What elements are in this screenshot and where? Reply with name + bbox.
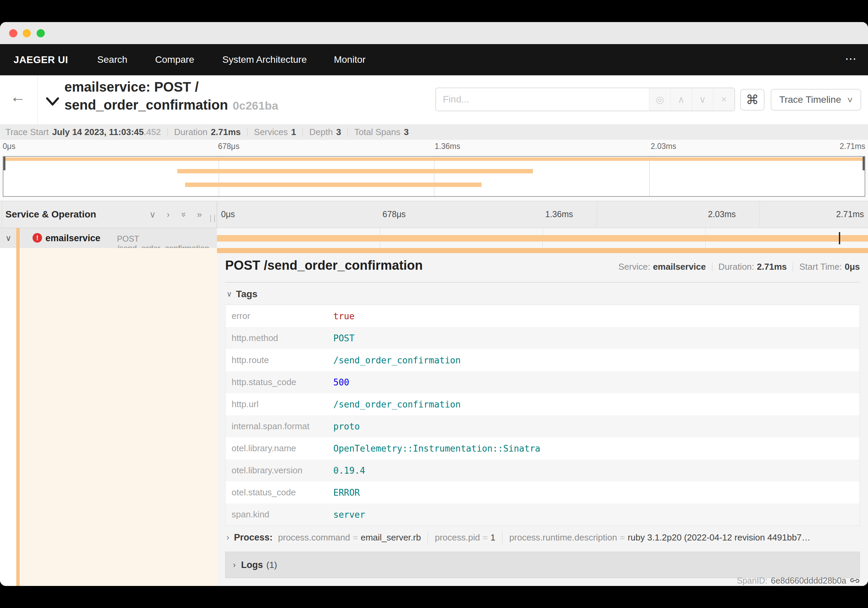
span-detail-title: POST /send_order_confirmation: [225, 258, 423, 273]
window-titlebar: [0, 22, 868, 44]
trace-stats-bar: Trace Start July 14 2023, 11:03:45.452 D…: [0, 124, 868, 140]
tag-row: otel.status_codeERROR: [225, 482, 860, 504]
trace-view-selector[interactable]: Trace Timeline ∨: [771, 89, 861, 110]
span-collapse-chevron-icon[interactable]: ∨: [5, 233, 11, 243]
minimap-span-bar: [177, 169, 533, 173]
trace-title: emailservice: POST / send_order_confirma…: [64, 78, 278, 115]
find-prev-icon[interactable]: ∧: [670, 88, 692, 110]
collapse-all-icon[interactable]: »: [178, 201, 190, 228]
chevron-down-icon: ∨: [846, 95, 853, 104]
back-arrow-icon[interactable]: ←: [10, 89, 26, 104]
minimap-span-bar: [185, 182, 482, 187]
top-nav: JAEGER UI Search Compare System Architec…: [0, 44, 868, 75]
keyboard-shortcuts-button[interactable]: ⌘: [740, 89, 764, 110]
find-next-icon[interactable]: ∨: [692, 88, 713, 110]
app-window: JAEGER UI Search Compare System Architec…: [0, 22, 868, 586]
nav-overflow-icon[interactable]: ⋯: [845, 52, 857, 65]
span-id-footer: SpanID: 6e8d660dddd28b0a: [737, 575, 860, 586]
detail-left-gutter: [20, 248, 217, 586]
screenshot: JAEGER UI Search Compare System Architec…: [0, 0, 868, 608]
trace-page-header: ← emailservice: POST / send_order_confir…: [0, 75, 868, 124]
gridline: [434, 157, 434, 196]
tick-label: 2.71ms: [840, 142, 865, 151]
back-column: ←: [0, 75, 38, 124]
gridline: [597, 201, 597, 228]
gridline: [760, 201, 760, 228]
span-row-timeline-cell[interactable]: [217, 228, 868, 248]
trace-title-line2: send_order_confirmation0c261ba: [64, 96, 278, 115]
divider: [347, 128, 348, 136]
stat-duration: Duration 2.71ms: [174, 127, 241, 137]
tick-label: 1.36ms: [435, 142, 460, 151]
error-icon: !: [33, 233, 42, 243]
traffic-light-zoom-button[interactable]: [37, 29, 45, 37]
span-detail-panel: POST /send_order_confirmation Service: e…: [217, 248, 868, 586]
tick-label: 0μs: [3, 142, 16, 151]
tick-label: 2.71ms: [836, 209, 864, 219]
minimap-left-drag-handle[interactable]: [3, 157, 5, 170]
stat-services: Services 1: [254, 127, 296, 137]
tag-row: http.methodPOST: [225, 327, 860, 349]
expand-one-icon[interactable]: ›: [162, 201, 174, 228]
minimap-canvas[interactable]: [3, 156, 865, 197]
service-operation-header: Service & Operation ∨ › » »: [0, 201, 217, 228]
tag-row: otel.library.nameOpenTelemetry::Instrume…: [225, 437, 860, 459]
tags-section-header[interactable]: ∨ Tags: [226, 289, 257, 300]
find-locate-icon[interactable]: ◎: [649, 88, 670, 110]
command-icon: ⌘: [746, 92, 759, 107]
tag-row: internal.span.formatproto: [225, 415, 860, 437]
tag-row: http.route/send_order_confirmation: [225, 349, 860, 371]
nav-item-search[interactable]: Search: [97, 54, 127, 65]
chevron-right-icon: ›: [233, 560, 236, 570]
minimap-tick-labels: 0μs 678μs 1.36ms 2.03ms 2.71ms: [0, 142, 868, 153]
process-section-header[interactable]: › Process: process.command = email_serve…: [226, 532, 859, 543]
divider: [302, 128, 303, 136]
find-clear-icon[interactable]: ×: [713, 88, 735, 110]
divider: [502, 532, 502, 543]
chevron-down-icon: ∨: [226, 290, 232, 299]
find-input[interactable]: [436, 88, 649, 110]
tag-row: otel.library.version0.19.4: [225, 459, 860, 482]
minimap-right-drag-handle[interactable]: [863, 157, 865, 170]
trace-title-line1: emailservice: POST /: [64, 78, 278, 96]
expand-all-icon[interactable]: »: [193, 201, 206, 228]
span-duration-bar[interactable]: [217, 235, 868, 241]
tick-label: 678μs: [218, 142, 239, 151]
find-bar: ◎ ∧ ∨ ×: [436, 87, 735, 111]
tag-row: span.kindserver: [225, 504, 860, 526]
tag-row: http.status_code500: [225, 371, 860, 393]
divider: [428, 532, 428, 543]
logs-section-header[interactable]: › Logs (1): [225, 552, 860, 578]
traffic-light-minimize-button[interactable]: [23, 29, 31, 37]
divider: [167, 128, 168, 136]
deep-link-icon[interactable]: [848, 574, 862, 586]
chevron-right-icon: ›: [226, 533, 229, 542]
service-color-strip: [16, 228, 20, 248]
divider: [712, 263, 712, 271]
nav-item-monitor[interactable]: Monitor: [334, 54, 366, 65]
span-row-name-cell[interactable]: ∨ ! emailservice POST /send_order_confir…: [0, 228, 217, 248]
gridline: [219, 157, 219, 196]
stat-total-spans: Total Spans 3: [354, 127, 409, 137]
collapse-one-icon[interactable]: ∨: [146, 201, 159, 228]
column-resize-grip[interactable]: [210, 215, 215, 222]
service-color-strip: [16, 248, 20, 586]
nav-item-compare[interactable]: Compare: [155, 54, 194, 65]
tag-row: http.url/send_order_confirmation: [225, 393, 860, 415]
trace-id: 0c261ba: [232, 99, 278, 112]
divider: [225, 282, 860, 283]
timeline-header-row: Service & Operation ∨ › » » 0μs 678μs 1.…: [0, 201, 868, 228]
divider: [247, 128, 248, 136]
trace-collapse-chevron-icon[interactable]: [45, 96, 60, 107]
trace-minimap: 0μs 678μs 1.36ms 2.03ms 2.71ms: [0, 140, 868, 201]
app-brand[interactable]: JAEGER UI: [14, 54, 68, 65]
span-row-emailservice[interactable]: ∨ ! emailservice POST /send_order_confir…: [0, 228, 868, 248]
stat-depth: Depth 3: [309, 127, 341, 137]
stat-trace-start: Trace Start July 14 2023, 11:03:45.452: [5, 127, 161, 137]
nav-item-system-architecture[interactable]: System Architecture: [222, 54, 307, 65]
divider: [793, 263, 793, 271]
span-log-marker[interactable]: [839, 232, 840, 244]
span-detail-meta: Service: emailservice Duration: 2.71ms S…: [618, 261, 860, 272]
service-name[interactable]: emailservice: [45, 233, 100, 244]
traffic-light-close-button[interactable]: [9, 29, 17, 37]
